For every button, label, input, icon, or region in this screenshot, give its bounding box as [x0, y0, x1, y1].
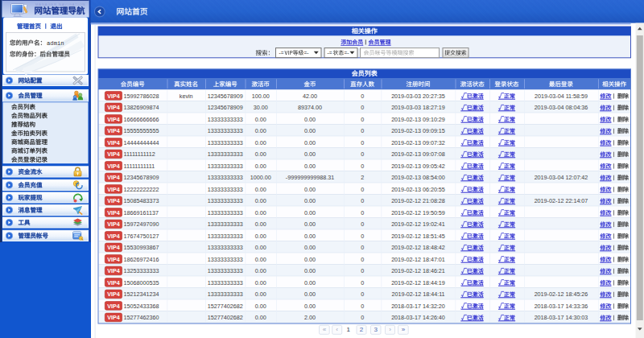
- svg-text:0.00: 0.00: [255, 127, 266, 134]
- svg-text:0.00: 0.00: [304, 279, 316, 286]
- svg-text:kevin: kevin: [180, 93, 193, 100]
- svg-text:13333333333: 13333333333: [208, 256, 243, 263]
- svg-text:‹: ‹: [336, 326, 338, 333]
- svg-text:2018-03-17 14:33:36: 2018-03-17 14:33:36: [535, 303, 588, 310]
- svg-text:11111111111: 11111111111: [124, 163, 155, 170]
- svg-text:2019-02-12 18:45:26: 2019-02-12 18:45:26: [535, 291, 588, 298]
- svg-text:0: 0: [361, 221, 364, 228]
- svg-text:0.00: 0.00: [304, 291, 316, 298]
- svg-text:2019-03-04 11:58:59: 2019-03-04 11:58:59: [535, 93, 588, 100]
- svg-text:0.00: 0.00: [255, 163, 266, 170]
- svg-text:2019-02-13 09:09:15: 2019-02-13 09:09:15: [391, 127, 445, 134]
- svg-text:13333333333: 13333333333: [208, 174, 243, 181]
- svg-text:13333333333: 13333333333: [208, 163, 243, 170]
- svg-text:2019-02-12 18:48:42: 2019-02-12 18:48:42: [391, 244, 445, 251]
- svg-text:0: 0: [361, 116, 364, 123]
- svg-text:0.00: 0.00: [304, 139, 316, 146]
- svg-text:0.00: 0.00: [304, 233, 316, 240]
- svg-text:15555555555: 15555555555: [124, 127, 159, 134]
- svg-text:›: ›: [389, 326, 391, 333]
- svg-text:0: 0: [361, 163, 364, 170]
- svg-text:15277462360: 15277462360: [124, 314, 159, 321]
- svg-text:13333333333: 13333333333: [208, 209, 243, 216]
- svg-text:=-: =-: [303, 50, 308, 56]
- svg-text:2019-02-13 06:20:55: 2019-02-13 06:20:55: [391, 186, 445, 193]
- svg-text:0.00: 0.00: [304, 303, 316, 310]
- svg-text:2019-02-12 18:51:45: 2019-02-12 18:51:45: [391, 233, 445, 240]
- svg-text:»: »: [402, 326, 406, 333]
- svg-text:15972497090: 15972497090: [124, 221, 159, 228]
- svg-text:0.00: 0.00: [255, 303, 266, 310]
- svg-text:0.00: 0.00: [255, 209, 266, 216]
- svg-text:0: 0: [361, 279, 364, 286]
- svg-text:13333333333: 13333333333: [208, 127, 243, 134]
- svg-text:15052433368: 15052433368: [124, 303, 159, 310]
- svg-text:13333333333: 13333333333: [208, 233, 243, 240]
- svg-text:2018-03-17 14:30:03: 2018-03-17 14:30:03: [535, 314, 588, 321]
- svg-text:2019-02-12 18:46:21: 2019-02-12 18:46:21: [391, 267, 445, 274]
- svg-text:15068000535: 15068000535: [124, 279, 159, 286]
- svg-text:0: 0: [361, 150, 364, 158]
- svg-text:14444444444: 14444444444: [124, 139, 159, 146]
- svg-text:2019-03-03 20:27:35: 2019-03-03 20:27:35: [391, 93, 445, 100]
- svg-text:0.00: 0.00: [304, 186, 316, 193]
- svg-text:13333333333: 13333333333: [208, 197, 243, 204]
- svg-text:13333333333: 13333333333: [208, 186, 243, 193]
- svg-text:13333333333: 13333333333: [208, 267, 243, 274]
- svg-text:2018-03-17 14:32:20: 2018-03-17 14:32:20: [391, 303, 445, 310]
- svg-text:MANAGER NAVIGATION: MANAGER NAVIGATION: [35, 2, 85, 6]
- svg-text:2: 2: [361, 174, 364, 181]
- svg-text:0: 0: [361, 139, 364, 146]
- svg-text:13253333333: 13253333333: [124, 267, 159, 274]
- svg-text:13333333333: 13333333333: [208, 139, 243, 146]
- svg-text:89374.00: 89374.00: [298, 104, 322, 111]
- svg-text:0.00: 0.00: [255, 150, 266, 158]
- svg-text:12222222222: 12222222222: [124, 186, 159, 193]
- svg-text:2019-03-04 08:04:36: 2019-03-04 08:04:36: [535, 104, 588, 111]
- svg-text:0.00: 0.00: [304, 127, 316, 134]
- svg-text:2019-02-12 18:44:11: 2019-02-12 18:44:11: [391, 291, 444, 298]
- svg-text:0.00: 0.00: [255, 233, 266, 240]
- svg-text:0: 0: [361, 267, 364, 274]
- svg-text:0.00: 0.00: [304, 209, 316, 216]
- svg-text:100.00: 100.00: [252, 93, 270, 100]
- svg-text:0.00: 0.00: [255, 139, 266, 146]
- svg-text:13826909874: 13826909874: [124, 104, 159, 111]
- svg-text:0: 0: [361, 93, 364, 100]
- svg-text:admin: admin: [47, 40, 64, 47]
- svg-text:-999999999988.31: -999999999988.31: [286, 174, 334, 181]
- svg-text:0.00: 0.00: [255, 314, 266, 321]
- svg-text:0.00: 0.00: [255, 267, 266, 274]
- svg-text:13333333333: 13333333333: [208, 150, 243, 158]
- svg-text:2019-02-12 19:50:59: 2019-02-12 19:50:59: [391, 209, 445, 216]
- svg-text:0.00: 0.00: [255, 244, 266, 251]
- svg-text:0.00: 0.00: [255, 116, 266, 123]
- svg-text:0.00: 0.00: [304, 163, 316, 170]
- svg-text:-=: -=: [279, 50, 284, 56]
- svg-text:15277402682: 15277402682: [208, 303, 243, 310]
- svg-text:30.00: 30.00: [254, 104, 268, 111]
- svg-text:13333333333: 13333333333: [208, 221, 243, 228]
- svg-text:0.00: 0.00: [304, 256, 316, 263]
- svg-text:0: 0: [361, 314, 364, 321]
- svg-text:0.00: 0.00: [304, 244, 316, 251]
- svg-text:12345678909: 12345678909: [208, 104, 243, 111]
- svg-text:2019-02-12 18:44:19: 2019-02-12 18:44:19: [391, 279, 445, 286]
- svg-text:2019-02-12 22:14:07: 2019-02-12 22:14:07: [535, 197, 588, 204]
- svg-text:12345678909: 12345678909: [208, 93, 243, 100]
- svg-text:2018-03-17 14:26:40: 2018-03-17 14:26:40: [391, 314, 445, 321]
- svg-text:0.00: 0.00: [255, 197, 266, 204]
- svg-text:13333333333: 13333333333: [208, 279, 243, 286]
- svg-text:0: 0: [361, 256, 364, 263]
- svg-text:0.00: 0.00: [304, 197, 316, 204]
- svg-text:42.00: 42.00: [303, 93, 317, 100]
- svg-text:2019-03-03 18:27:19: 2019-03-03 18:27:19: [391, 104, 445, 111]
- svg-text:12345678909: 12345678909: [124, 174, 159, 181]
- svg-text:1: 1: [347, 326, 351, 333]
- svg-text:3: 3: [374, 326, 378, 333]
- svg-text:0.00: 0.00: [255, 186, 266, 193]
- svg-text:0.00: 0.00: [304, 267, 316, 274]
- svg-text:15530993867: 15530993867: [124, 244, 159, 251]
- svg-text:«: «: [323, 326, 327, 333]
- svg-text:2019-02-12 21:08:28: 2019-02-12 21:08:28: [391, 197, 445, 204]
